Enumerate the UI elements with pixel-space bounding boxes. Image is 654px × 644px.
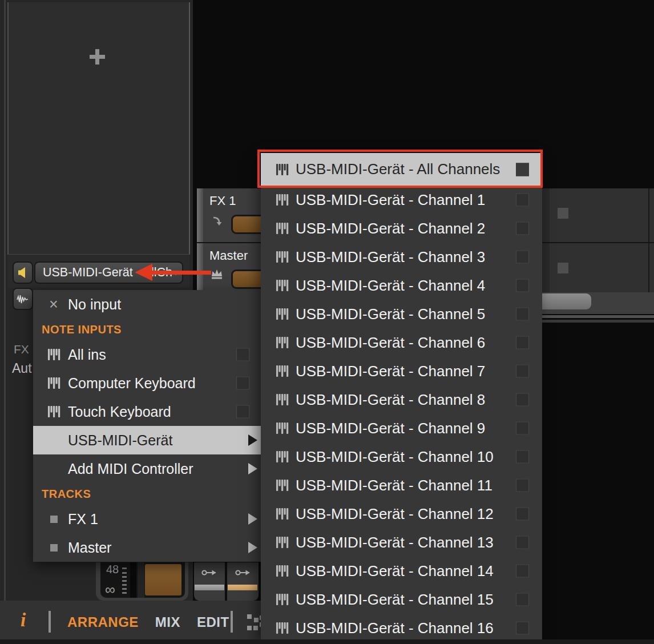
submenu-item-label: USB-MIDI-Gerät - Channel 2 xyxy=(296,220,485,238)
menu-item[interactable]: Master xyxy=(33,533,261,562)
channel-checkbox[interactable] xyxy=(516,450,529,464)
piano-icon xyxy=(276,479,289,492)
lane-divider xyxy=(648,243,649,297)
routing-panel-b[interactable] xyxy=(227,562,259,601)
submenu-item[interactable]: USB-MIDI-Gerät - Channel 2 xyxy=(261,214,542,243)
piano-icon xyxy=(276,279,289,292)
routing-panel-a[interactable] xyxy=(194,562,225,601)
piano-icon xyxy=(275,279,289,292)
submenu-item-label: USB-MIDI-Gerät - Channel 7 xyxy=(296,363,485,380)
piano-icon xyxy=(275,450,289,464)
menu-item[interactable]: Add MIDI Controller xyxy=(33,454,261,483)
channel-checkbox[interactable] xyxy=(516,222,529,235)
piano-icon xyxy=(275,222,289,235)
menu-item-label: Master xyxy=(68,540,111,556)
submenu-item[interactable]: USB-MIDI-Gerät - Channel 7 xyxy=(261,357,542,385)
menu-item[interactable]: FX 1 xyxy=(33,505,261,533)
submenu-item[interactable]: USB-MIDI-Gerät - Channel 13 xyxy=(261,528,542,557)
piano-icon xyxy=(276,365,289,377)
fader-tick xyxy=(122,572,127,574)
annotation-arrow xyxy=(147,271,211,275)
channel-checkbox[interactable] xyxy=(516,308,529,321)
add-device-icon[interactable] xyxy=(95,49,99,65)
submenu-item[interactable]: USB-MIDI-Gerät - Channel 14 xyxy=(261,557,542,585)
channel-checkbox[interactable] xyxy=(516,593,529,606)
clip-slot[interactable] xyxy=(558,263,568,273)
piano-icon xyxy=(47,348,60,361)
volume-fader-handle[interactable] xyxy=(145,564,181,595)
channel-checkbox[interactable] xyxy=(516,365,529,378)
channel-checkbox[interactable] xyxy=(516,194,529,207)
piano-icon xyxy=(276,536,289,549)
menu-section-header: NOTE INPUTS xyxy=(33,319,261,340)
submenu-item[interactable]: USB-MIDI-Gerät - Channel 9 xyxy=(261,414,542,442)
menu-item[interactable]: Touch Keyboard xyxy=(33,397,261,426)
channel-checkbox[interactable] xyxy=(516,336,529,349)
submenu-item[interactable]: USB-MIDI-Gerät - Channel 3 xyxy=(261,243,542,271)
menu-item-checkbox[interactable] xyxy=(236,405,249,418)
menu-item-checkbox[interactable] xyxy=(236,348,249,361)
empty-icon-slot xyxy=(47,433,60,447)
channel-checkbox[interactable] xyxy=(516,622,529,635)
submenu-item-label: USB-MIDI-Gerät - Channel 13 xyxy=(296,534,494,552)
track-color-strip xyxy=(197,243,203,297)
tab-arrange[interactable]: ARRANGE xyxy=(67,614,139,630)
tab-edit[interactable]: EDIT xyxy=(197,614,229,630)
submenu-item[interactable]: USB-MIDI-Gerät - Channel 10 xyxy=(261,442,542,471)
window-bottom-edge xyxy=(0,639,654,644)
submenu-item[interactable]: USB-MIDI-Gerät - Channel 11 xyxy=(261,471,542,500)
submenu-item[interactable]: USB-MIDI-Gerät - Channel 1 xyxy=(261,186,542,214)
channel-checkbox[interactable] xyxy=(516,536,529,549)
piano-icon xyxy=(47,405,60,418)
audio-input-button[interactable] xyxy=(13,288,33,310)
channel-checkbox[interactable] xyxy=(516,508,529,521)
submenu-arrow-icon xyxy=(248,434,257,446)
midi-channel-submenu: USB-MIDI-Gerät - All ChannelsUSB-MIDI-Ge… xyxy=(261,153,542,641)
piano-icon xyxy=(276,450,289,463)
menu-item-checkbox[interactable] xyxy=(236,377,249,390)
menu-item[interactable]: Computer Keyboard xyxy=(33,369,261,397)
channel-checkbox[interactable] xyxy=(516,479,529,492)
piano-icon xyxy=(276,222,289,235)
channel-checkbox[interactable] xyxy=(516,565,529,578)
piano-icon xyxy=(275,250,289,264)
menu-item-label: USB-MIDI-Gerät xyxy=(68,432,172,449)
submenu-item-label: USB-MIDI-Gerät - Channel 4 xyxy=(296,277,485,295)
submenu-item-label: USB-MIDI-Gerät - Channel 1 xyxy=(296,191,485,209)
submenu-item[interactable]: USB-MIDI-Gerät - Channel 6 xyxy=(261,328,542,357)
routing-meter-bar xyxy=(195,585,224,590)
submenu-item[interactable]: USB-MIDI-Gerät - Channel 16 xyxy=(261,614,542,641)
midi-input-context-menu: ×No inputNOTE INPUTSAll insComputer Keyb… xyxy=(33,290,261,562)
channel-checkbox[interactable] xyxy=(516,251,529,264)
piano-icon xyxy=(47,376,60,390)
routing-meter-bar xyxy=(228,585,257,590)
submenu-item[interactable]: USB-MIDI-Gerät - Channel 4 xyxy=(261,271,542,300)
channel-checkbox[interactable] xyxy=(516,393,529,406)
menu-item[interactable]: All ins xyxy=(33,340,261,369)
submenu-item-label: USB-MIDI-Gerät - Channel 5 xyxy=(296,305,485,323)
menu-item[interactable]: USB-MIDI-Gerät xyxy=(33,426,261,454)
audio-output-button[interactable] xyxy=(13,261,33,284)
clip-slot[interactable] xyxy=(558,208,568,219)
tab-mix[interactable]: MIX xyxy=(155,614,180,630)
submenu-item[interactable]: USB-MIDI-Gerät - Channel 12 xyxy=(261,500,542,528)
menu-item-label: No input xyxy=(68,296,121,313)
submenu-item-label: USB-MIDI-Gerät - Channel 16 xyxy=(296,619,494,637)
submenu-item[interactable]: USB-MIDI-Gerät - Channel 15 xyxy=(261,585,542,614)
submenu-item-label: USB-MIDI-Gerät - Channel 12 xyxy=(296,505,494,523)
submenu-item[interactable]: USB-MIDI-Gerät - Channel 8 xyxy=(261,385,542,414)
submenu-item-label: USB-MIDI-Gerät - Channel 10 xyxy=(296,448,494,466)
channel-checkbox[interactable] xyxy=(516,279,529,292)
device-panel-empty[interactable] xyxy=(7,2,190,255)
menu-item-label: Add MIDI Controller xyxy=(68,461,193,477)
menu-item[interactable]: ×No input xyxy=(33,290,261,319)
piano-icon xyxy=(276,593,289,606)
submenu-item[interactable]: USB-MIDI-Gerät - Channel 5 xyxy=(261,300,542,328)
piano-icon xyxy=(275,621,289,635)
track-square-icon xyxy=(47,541,60,554)
fader-tick xyxy=(122,584,127,586)
channel-checkbox[interactable] xyxy=(516,422,529,435)
info-button[interactable]: i xyxy=(21,610,26,631)
lane-divider xyxy=(648,188,649,242)
waveform-icon xyxy=(17,293,29,305)
